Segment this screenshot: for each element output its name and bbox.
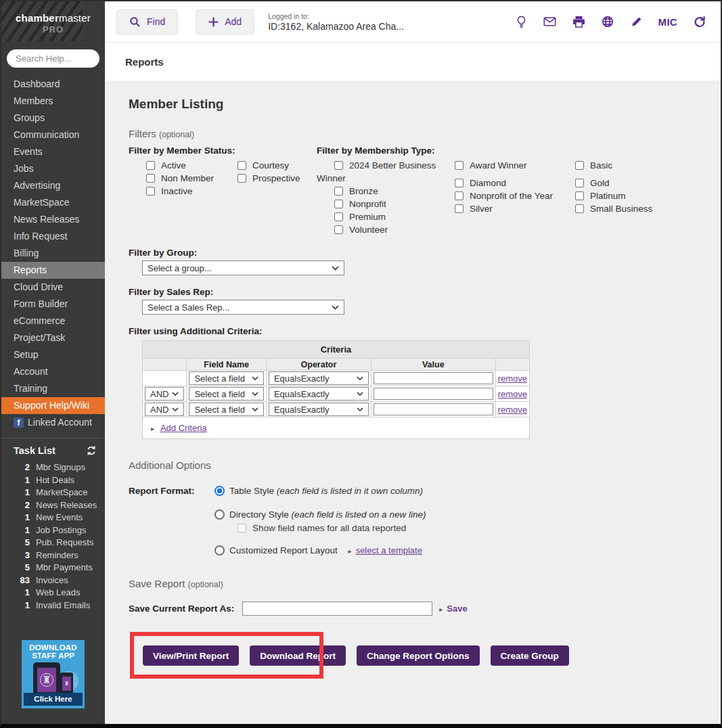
mic-menu[interactable]: MIC bbox=[658, 16, 677, 28]
checkbox-icon[interactable] bbox=[334, 200, 343, 208]
criteria-value-input[interactable] bbox=[374, 388, 493, 400]
field-select[interactable]: Select a field bbox=[189, 371, 263, 385]
sidebar-item-billing[interactable]: Billing bbox=[1, 245, 105, 262]
refresh-tasks-icon[interactable] bbox=[86, 445, 97, 456]
sidebar-item-communication[interactable]: Communication bbox=[1, 127, 105, 143]
sidebar-item-advertising[interactable]: Advertising bbox=[1, 177, 105, 194]
checkbox-bronze[interactable]: Bronze bbox=[317, 185, 437, 198]
globe-icon[interactable] bbox=[602, 16, 614, 28]
checkbox-icon[interactable] bbox=[455, 191, 464, 200]
sidebar-item-members[interactable]: Members bbox=[1, 93, 105, 110]
sidebar-item-reports[interactable]: Reports bbox=[1, 262, 105, 279]
checkbox-prospective[interactable]: Prospective bbox=[220, 172, 300, 185]
checkbox-icon[interactable] bbox=[334, 187, 343, 196]
banner-click-here[interactable]: Click Here bbox=[24, 693, 83, 706]
task-item[interactable]: 83Invoices bbox=[14, 574, 97, 587]
checkbox-active[interactable]: Active bbox=[129, 159, 220, 172]
sidebar-item-info-request[interactable]: Info Request bbox=[1, 228, 105, 245]
checkbox-premium[interactable]: Premium bbox=[317, 210, 437, 223]
search-help-input[interactable] bbox=[7, 49, 99, 68]
and-or-select[interactable]: AND bbox=[145, 403, 184, 416]
checkbox-gold[interactable]: Gold bbox=[558, 177, 652, 189]
checkbox-icon[interactable] bbox=[575, 204, 584, 213]
view-print-report-button[interactable]: View/Print Report bbox=[143, 645, 239, 666]
checkbox-nonprofit-of-the-year[interactable]: Nonprofit of the Year bbox=[437, 189, 558, 202]
change-report-options-button[interactable]: Change Report Options bbox=[357, 645, 480, 666]
mail-icon[interactable] bbox=[543, 16, 556, 27]
operator-select[interactable]: EqualsExactly bbox=[269, 403, 369, 416]
checkbox-show-field-names[interactable]: Show field names for all data reported bbox=[238, 523, 426, 533]
printer-icon[interactable] bbox=[572, 16, 585, 28]
radio-icon[interactable] bbox=[215, 509, 225, 520]
checkbox-icon[interactable] bbox=[455, 161, 464, 170]
checkbox-inactive[interactable]: Inactive bbox=[129, 185, 220, 198]
add-criteria-link[interactable]: Add Criteria bbox=[160, 423, 207, 433]
sidebar-item-marketspace[interactable]: MarketSpace bbox=[1, 194, 105, 211]
sidebar-item-support-help-wiki[interactable]: Support Help/Wiki bbox=[1, 397, 105, 414]
task-item[interactable]: 1Invalid Emails bbox=[14, 599, 97, 612]
sidebar-item-groups[interactable]: Groups bbox=[1, 110, 105, 127]
lightbulb-icon[interactable] bbox=[516, 16, 527, 28]
task-item[interactable]: 1Hot Deals bbox=[14, 474, 97, 487]
sidebar-item-news-releases[interactable]: News Releases bbox=[1, 211, 105, 228]
checkbox-non-member[interactable]: Non Member bbox=[129, 172, 220, 185]
task-item[interactable]: 3Reminders bbox=[14, 549, 97, 562]
remove-link[interactable]: remove bbox=[498, 405, 527, 415]
checkbox-2024-better-business-winner[interactable]: 2024 Better Business Winner bbox=[317, 159, 437, 185]
save-link[interactable]: Save bbox=[447, 604, 467, 614]
checkbox-icon[interactable] bbox=[334, 212, 343, 221]
checkbox-icon[interactable] bbox=[575, 161, 584, 170]
sidebar-item-ecommerce[interactable]: eCommerce bbox=[1, 313, 105, 329]
radio-table-style[interactable]: Table Style (each field is listed in it … bbox=[215, 484, 426, 497]
checkbox-platinum[interactable]: Platinum bbox=[558, 189, 652, 202]
select-template-link[interactable]: select a template bbox=[356, 545, 422, 555]
sidebar-item-jobs[interactable]: Jobs bbox=[1, 160, 105, 177]
group-select[interactable]: Select a group... bbox=[142, 260, 344, 275]
task-item[interactable]: 1New Events bbox=[14, 511, 97, 524]
checkbox-icon[interactable] bbox=[146, 187, 155, 196]
criteria-value-input[interactable] bbox=[374, 372, 493, 384]
pencil-icon[interactable] bbox=[630, 16, 642, 28]
task-item[interactable]: 5Pub. Requests bbox=[14, 537, 97, 549]
radio-customized-report-layout[interactable]: Customized Report Layout ▸select a templ… bbox=[215, 544, 426, 558]
field-select[interactable]: Select a field bbox=[189, 387, 263, 401]
checkbox-icon[interactable] bbox=[146, 161, 155, 170]
checkbox-courtesy[interactable]: Courtesy bbox=[220, 159, 300, 172]
checkbox-diamond[interactable]: Diamond bbox=[437, 177, 558, 189]
checkbox-icon[interactable] bbox=[455, 179, 464, 187]
checkbox-icon[interactable] bbox=[146, 174, 155, 183]
checkbox-icon[interactable] bbox=[238, 174, 246, 183]
checkbox-award-winner[interactable]: Award Winner bbox=[437, 159, 558, 172]
sidebar-item-setup[interactable]: Setup bbox=[1, 346, 105, 363]
task-item[interactable]: 5Mbr Payments bbox=[14, 562, 97, 574]
sidebar-item-events[interactable]: Events bbox=[1, 143, 105, 160]
operator-select[interactable]: EqualsExactly bbox=[269, 387, 369, 401]
checkbox-icon[interactable] bbox=[575, 191, 584, 200]
checkbox-icon[interactable] bbox=[238, 161, 246, 170]
checkbox-icon[interactable] bbox=[334, 225, 343, 234]
task-item[interactable]: 1Job Postings bbox=[14, 524, 97, 537]
sidebar-item-cloud-drive[interactable]: Cloud Drive bbox=[1, 279, 105, 296]
refresh-icon[interactable] bbox=[694, 16, 706, 28]
sidebar-item-training[interactable]: Training bbox=[1, 380, 105, 397]
task-item[interactable]: 1Web Leads bbox=[14, 587, 97, 599]
create-group-button[interactable]: Create Group bbox=[491, 645, 569, 666]
find-button[interactable]: Find bbox=[116, 9, 178, 35]
save-report-name-input[interactable] bbox=[242, 601, 432, 616]
task-item[interactable]: 2Mbr Signups bbox=[14, 461, 97, 474]
sales-rep-select[interactable]: Select a Sales Rep... bbox=[142, 300, 344, 315]
checkbox-volunteer[interactable]: Volunteer bbox=[317, 223, 437, 236]
checkbox-icon[interactable] bbox=[575, 179, 584, 187]
sidebar-item-linked-account[interactable]: f Linked Account bbox=[1, 414, 105, 431]
operator-select[interactable]: EqualsExactly bbox=[269, 371, 369, 385]
download-report-button[interactable]: Download Report bbox=[250, 645, 346, 666]
checkbox-icon[interactable] bbox=[238, 524, 246, 532]
checkbox-small-business[interactable]: Small Business bbox=[558, 202, 652, 215]
checkbox-icon[interactable] bbox=[334, 161, 343, 170]
checkbox-basic[interactable]: Basic bbox=[558, 159, 652, 172]
radio-icon[interactable] bbox=[215, 545, 225, 555]
radio-icon[interactable] bbox=[215, 486, 225, 496]
task-item[interactable]: 1MarketSpace bbox=[14, 486, 97, 499]
checkbox-icon[interactable] bbox=[455, 204, 464, 213]
and-or-select[interactable]: AND bbox=[145, 387, 184, 401]
